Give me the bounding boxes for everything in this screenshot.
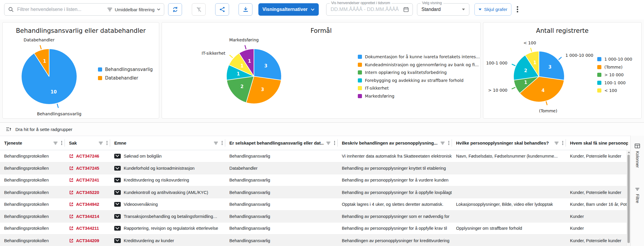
- column-filter-icon[interactable]: [554, 141, 559, 145]
- legend-item[interactable]: IT-sikkerhet: [358, 86, 480, 90]
- table-row[interactable]: Behandlingsprotokollen ACT345220 Kundeko…: [0, 186, 630, 198]
- scrollbar-thumb[interactable]: [627, 155, 630, 243]
- chart-panel-formal: Formål 332111IT-sikkerhetMarkedsføring D…: [162, 22, 481, 119]
- date-range-legend: Vis henvendelser opprettet i tidsrom: [330, 1, 392, 5]
- cell-rolle: Behandlingsansvarlig: [225, 223, 338, 234]
- sak-link[interactable]: ACT347246: [69, 154, 99, 158]
- legend-item[interactable]: Markedsføring: [358, 94, 480, 98]
- legend-item[interactable]: Databehandler: [98, 75, 153, 81]
- cell-tjeneste: Behandlingsprotokollen: [0, 162, 65, 174]
- instant-filter-dropdown[interactable]: Umiddelbar filtrering: [107, 7, 160, 12]
- sak-link[interactable]: ACT347241: [69, 178, 99, 182]
- sak-link[interactable]: ACT345220: [69, 190, 99, 195]
- column-menu-icon[interactable]: [221, 141, 223, 145]
- cell-hvem: Kunder, Potensielle kunder: [566, 186, 630, 198]
- instant-filter-label: Umiddelbar filtrering: [115, 7, 154, 12]
- cell-rolle: Behandlingsansvarlig: [225, 186, 338, 198]
- column-menu-icon[interactable]: [61, 141, 62, 145]
- column-header-hvilke[interactable]: Hvilke personopplysninger skal behandles…: [452, 136, 566, 150]
- sak-link[interactable]: ACT344211: [69, 226, 99, 231]
- table-row[interactable]: Behandlingsprotokollen ACT347245 Kundefo…: [0, 162, 630, 174]
- legend-item[interactable]: > 10 000: [597, 72, 632, 77]
- legend-item[interactable]: 1 000-10 000: [597, 57, 632, 62]
- view-select[interactable]: Velg visning Standard: [417, 3, 469, 16]
- column-menu-icon[interactable]: [562, 141, 564, 145]
- column-menu-icon[interactable]: [448, 141, 450, 145]
- callout-leader-line: [546, 101, 548, 106]
- legend-label: (Tomme): [604, 65, 623, 69]
- calendar-icon[interactable]: [403, 7, 409, 12]
- legend-item[interactable]: (Tomme): [597, 65, 632, 69]
- overflow-menu-button[interactable]: [517, 6, 519, 13]
- sak-link[interactable]: ACT344214: [69, 214, 99, 219]
- slice-callout-label: (Tomme): [539, 109, 557, 113]
- hide-charts-button[interactable]: Skjul grafer: [474, 3, 511, 16]
- legend-swatch: [597, 88, 601, 93]
- slice-value-label: 4: [542, 88, 545, 93]
- sidebar-tab-filtre[interactable]: Filtre: [631, 187, 644, 203]
- refresh-button[interactable]: [168, 3, 182, 16]
- column-filter-icon[interactable]: [99, 141, 103, 145]
- cell-emne: Søknad om boliglån: [110, 150, 225, 162]
- cell-beskriv: Behandling av personopplysninger som er …: [338, 211, 452, 223]
- column-header-emne[interactable]: Emne: [110, 136, 225, 150]
- column-header-sak[interactable]: Sak: [65, 136, 110, 150]
- callout-leader-line: [558, 57, 562, 60]
- table-row[interactable]: Behandlingsprotokollen ACT344214 Transak…: [0, 211, 630, 223]
- external-link-icon: [69, 226, 74, 231]
- cell-emne: Transaksjonsbehandling og betalingsformi…: [110, 211, 225, 223]
- table-row[interactable]: Behandlingsprotokollen ACT344942 Videoov…: [0, 198, 630, 211]
- slice-callout-label: IT-sikkerhet: [202, 51, 225, 56]
- legend-item[interactable]: Dokumentasjon for å kunne ivareta foreta…: [358, 54, 480, 59]
- sak-link[interactable]: ACT347245: [69, 166, 99, 171]
- search-icon: [8, 7, 14, 12]
- table-row[interactable]: Behandlingsprotokollen ACT347241 Kreditt…: [0, 174, 630, 187]
- cell-sak: ACT347245: [65, 162, 110, 174]
- table-row[interactable]: Behandlingsprotokollen ACT347246 Søknad …: [0, 150, 630, 162]
- view-options-button[interactable]: Visningsalternativer: [258, 3, 319, 16]
- vertical-scrollbar[interactable]: [627, 150, 630, 246]
- scroll-up-icon[interactable]: [628, 151, 630, 153]
- cell-rolle: Behandlingsansvarlig: [225, 174, 338, 186]
- sak-link[interactable]: ACT344209: [69, 238, 99, 243]
- cell-beskriv: Behandling av personopplysninger for å o…: [338, 223, 452, 234]
- slice-callout-label: > 10 000: [488, 88, 507, 93]
- legend-item[interactable]: < 100: [597, 88, 632, 93]
- clear-filter-button[interactable]: [192, 3, 206, 16]
- column-filter-icon[interactable]: [326, 141, 331, 145]
- sak-link[interactable]: ACT344942: [69, 202, 99, 207]
- legend-item[interactable]: Behandlingsansvarlig: [98, 67, 153, 72]
- legend-item[interactable]: Forebygging og avdekking av straffbare f…: [358, 78, 480, 83]
- table-row[interactable]: Behandlingsprotokollen ACT344211 Rapport…: [0, 223, 630, 235]
- row-group-dropzone[interactable]: Dra hit for å sette radgrupper: [0, 123, 644, 136]
- column-filter-icon[interactable]: [53, 141, 58, 145]
- sidebar-tab-kolonner[interactable]: Kolonner: [631, 143, 644, 168]
- column-menu-icon[interactable]: [106, 141, 108, 145]
- table-row[interactable]: Behandlingsprotokollen ACT344209 Kreditt…: [0, 234, 630, 246]
- column-header-tjeneste[interactable]: Tjeneste: [0, 136, 65, 150]
- share-button[interactable]: [215, 3, 229, 16]
- date-range-field: Vis henvendelser opprettet i tidsrom: [326, 3, 413, 16]
- column-filter-icon[interactable]: [214, 141, 218, 145]
- view-options-label: Visningsalternativer: [263, 7, 308, 12]
- column-header-rolle[interactable]: Er selskapet behandlingsansvarlig eller …: [225, 136, 338, 150]
- legend-item[interactable]: Kundeadministrasjon og gjennomføring av …: [358, 62, 480, 67]
- filter-off-icon: [196, 7, 202, 12]
- legend-item[interactable]: Intern opplæring og kvalitetsforbedring: [358, 70, 480, 75]
- chart-panel-antall: Antall registrerte 341211 000-10 000(Tom…: [483, 22, 642, 119]
- cell-hvilke: [452, 174, 566, 186]
- legend-swatch: [358, 70, 362, 75]
- column-filter-icon[interactable]: [440, 141, 445, 145]
- mail-icon: [114, 214, 121, 219]
- date-range-input[interactable]: [330, 6, 403, 13]
- legend-item[interactable]: 100-1 000: [597, 80, 632, 85]
- column-menu-icon[interactable]: [334, 141, 335, 145]
- legend-label: Forebygging og avdekking av straffbare f…: [365, 78, 463, 83]
- column-header-hvem[interactable]: Hvem skal få sine personopp: [566, 136, 630, 150]
- column-header-beskriv[interactable]: Beskriv behandlingen av personopplysning…: [338, 136, 452, 150]
- mail-icon: [114, 226, 121, 231]
- search-input[interactable]: [17, 7, 107, 12]
- mail-icon: [114, 166, 121, 171]
- slice-value-label: 10: [51, 89, 57, 95]
- download-button[interactable]: [239, 3, 252, 16]
